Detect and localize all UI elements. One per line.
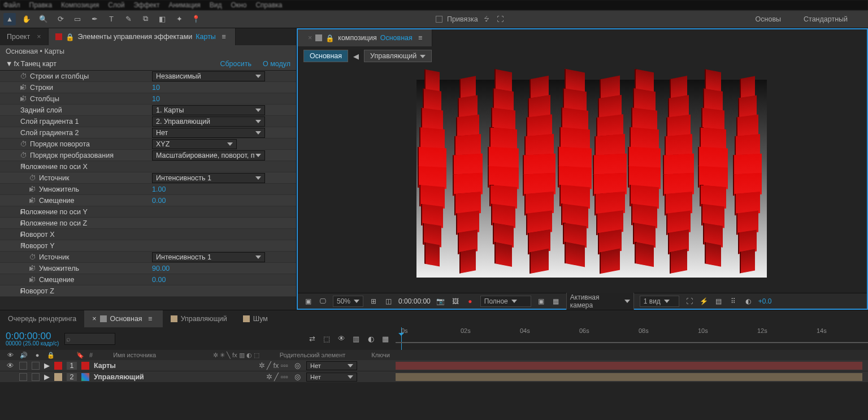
project-tab[interactable]: Проект×	[0, 28, 49, 45]
stopwatch-icon[interactable]: ⏱	[20, 95, 28, 103]
about-link[interactable]: О модул	[263, 60, 290, 68]
rows-value[interactable]: 10	[152, 84, 290, 92]
workspace-switcher[interactable]: Основы Стандартный	[739, 15, 865, 23]
eraser-tool-icon[interactable]: ◧	[156, 13, 168, 25]
panel-menu-icon[interactable]: ≡	[146, 314, 155, 323]
comp-name-link[interactable]: Основная	[380, 34, 413, 42]
cols-value[interactable]: 10	[152, 95, 290, 103]
eye-toggle[interactable]: 👁	[6, 361, 15, 370]
timeline-main-tab[interactable]: ×Основная≡	[84, 310, 162, 327]
comp-tab[interactable]: × 🔒 композиция Основная ≡	[298, 29, 432, 46]
motion-blur-icon[interactable]: ◐	[366, 334, 375, 343]
flowchart-icon[interactable]: ⠿	[729, 297, 738, 306]
grad2-dd[interactable]: Нет	[152, 128, 265, 138]
timeline-ctrl-tab[interactable]: Управляющий	[163, 310, 235, 327]
workspace-1[interactable]: Стандартный	[804, 15, 848, 23]
parent-pickwhip-icon[interactable]: ◎	[293, 361, 302, 370]
snapshot-icon[interactable]: 📷	[436, 297, 445, 306]
reset-exposure-icon[interactable]: ◐	[744, 297, 753, 306]
stopwatch-icon[interactable]: ⏱	[29, 185, 37, 193]
stopwatch-icon[interactable]: ⏱	[29, 174, 37, 182]
twirl-icon[interactable]: ▼	[6, 60, 12, 68]
flow-ctrl[interactable]: Управляющий	[364, 50, 432, 62]
roty-src-dd[interactable]: Интенсивность 1	[152, 252, 265, 262]
flow-back-icon[interactable]: ◀	[351, 51, 361, 60]
clone-tool-icon[interactable]: ⧉	[139, 13, 151, 25]
current-time[interactable]: 0:00:00:00	[6, 331, 59, 341]
posx-offs[interactable]: 0.00	[152, 197, 290, 205]
channels-icon[interactable]: ●	[466, 297, 475, 306]
reset-link[interactable]: Сбросить	[220, 60, 251, 68]
layer-bar[interactable]	[396, 362, 862, 370]
stopwatch-icon[interactable]: ⏱	[20, 72, 28, 80]
effect-controls-tab[interactable]: 🔒 Элементы управления эффектами Карты ≡	[49, 28, 236, 45]
layer-bar[interactable]	[396, 373, 862, 381]
stopwatch-icon[interactable]: ⏱	[20, 151, 28, 159]
preview-viewer[interactable]	[298, 66, 867, 293]
ec-layer-link[interactable]: Карты	[196, 33, 216, 41]
mask-icon[interactable]: ◫	[384, 297, 393, 306]
frame-blend-icon[interactable]: ▥	[351, 334, 361, 343]
ruler-icon[interactable]: ⊞	[369, 297, 378, 306]
transparency-icon[interactable]: ▦	[552, 297, 561, 306]
layer-color-chip[interactable]	[54, 373, 62, 381]
pen-tool-icon[interactable]: ✒	[88, 13, 101, 25]
parent-dd[interactable]: Нет	[306, 361, 357, 370]
flow-main[interactable]: Основная	[303, 50, 348, 62]
grad1-dd[interactable]: 2. Управляющий	[152, 116, 265, 127]
parent-pickwhip-icon[interactable]: ◎	[293, 373, 302, 382]
layer-row-2[interactable]: 👁 ▶ 2 Управляющий ✲ ╱ ▫▫▫ ◎ Нет	[0, 371, 868, 383]
layer-name[interactable]: Карты	[94, 362, 116, 370]
time-ruler[interactable]: 0s02s04s06s08s10s12s14s	[396, 327, 868, 350]
resolution-dd[interactable]: Полное	[480, 296, 531, 307]
panel-menu-icon[interactable]: ≡	[416, 33, 425, 42]
roty-mult[interactable]: 90.00	[152, 265, 290, 272]
rows-cols-dd[interactable]: Независимый	[152, 71, 265, 81]
exposure-value[interactable]: +0.0	[758, 297, 772, 305]
camera-dd[interactable]: Активная камера	[566, 292, 634, 311]
pixel-aspect-icon[interactable]: ⛶	[685, 297, 694, 306]
text-tool-icon[interactable]: T	[105, 13, 118, 25]
top-menu[interactable]: ФайлПравкаКомпозицияСлойЭффектАнимацияВи…	[0, 0, 868, 10]
selection-tool-icon[interactable]: ▲	[3, 13, 16, 25]
hide-shy-icon[interactable]: 👁	[337, 334, 346, 343]
layer-search-input[interactable]	[64, 333, 115, 345]
draft3d-icon[interactable]: ⬚	[322, 334, 331, 343]
rot-order-dd[interactable]: XYZ	[152, 139, 237, 149]
hand-tool-icon[interactable]: ✋	[20, 13, 33, 25]
screen-icon[interactable]: 🖵	[318, 297, 327, 306]
stopwatch-icon[interactable]: ⏱	[20, 140, 28, 148]
panel-menu-icon[interactable]: ≡	[219, 32, 228, 41]
snap-toggle[interactable]: Привязка ⭍ ⛶	[436, 15, 505, 24]
posx-mult[interactable]: 1.00	[152, 185, 290, 193]
layer-row-1[interactable]: 👁 ▶ 1 Карты ✲ ╱ fx ▫▫▫ ◎ Нет	[0, 360, 868, 371]
render-queue-tab[interactable]: Очередь рендеринга	[0, 310, 84, 327]
viewer-time[interactable]: 0:00:00:00	[398, 297, 431, 305]
graph-editor-icon[interactable]: ▦	[381, 334, 390, 343]
timeline-icon[interactable]: ▤	[714, 297, 723, 306]
fast-preview-icon[interactable]: ⚡	[700, 297, 709, 306]
timeline-noise-tab[interactable]: Шум	[235, 310, 276, 327]
orbit-tool-icon[interactable]: ⟳	[54, 13, 67, 25]
back-layer-dd[interactable]: 1. Карты	[152, 105, 265, 115]
parent-dd[interactable]: Нет	[306, 373, 357, 382]
roty-offs[interactable]: 0.00	[152, 276, 290, 284]
layer-color-chip[interactable]	[54, 362, 62, 370]
stopwatch-icon[interactable]: ⏱	[29, 197, 37, 205]
roi-icon[interactable]: ▣	[537, 297, 546, 306]
zoom-dd[interactable]: 50%	[333, 296, 363, 307]
workspace-0[interactable]: Основы	[756, 15, 781, 23]
comp-mini-flow-icon[interactable]: ⇄	[307, 334, 316, 343]
posx-src-dd[interactable]: Интенсивность 1	[152, 173, 265, 183]
trans-order-dd[interactable]: Масштабирование, поворот, п	[152, 150, 265, 161]
always-preview-icon[interactable]: ▣	[303, 297, 313, 306]
views-dd[interactable]: 1 вид	[640, 296, 679, 307]
layer-name[interactable]: Управляющий	[94, 373, 144, 381]
show-snapshot-icon[interactable]: 🖼	[451, 297, 460, 306]
brush-tool-icon[interactable]: ✎	[122, 13, 134, 25]
zoom-tool-icon[interactable]: 🔍	[37, 13, 50, 25]
roto-tool-icon[interactable]: ✦	[173, 13, 185, 25]
puppet-tool-icon[interactable]: 📍	[190, 13, 202, 25]
rect-tool-icon[interactable]: ▭	[71, 13, 84, 25]
stopwatch-icon[interactable]: ⏱	[29, 253, 37, 261]
